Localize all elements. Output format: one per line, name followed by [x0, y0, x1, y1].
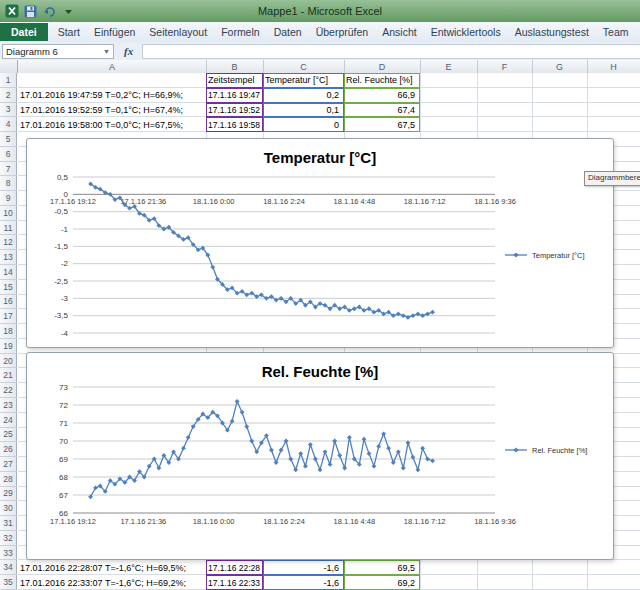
row-header-22[interactable]: 22 [0, 383, 17, 398]
ribbon-tab-start[interactable]: Start [51, 23, 87, 41]
cell-D2[interactable]: 66,9 [344, 88, 420, 103]
svg-text:Rel. Feuchte [%]: Rel. Feuchte [%] [532, 446, 587, 455]
ribbon-tab-ansicht[interactable]: Ansicht [375, 23, 423, 41]
ribbon-tab-team[interactable]: Team [596, 23, 636, 41]
title-bar: Mappe1 - Microsoft Excel [0, 0, 640, 23]
cell-B34[interactable]: 17.1.16 22:28 [206, 560, 263, 575]
undo-icon[interactable] [42, 4, 57, 19]
column-header-E[interactable]: E [420, 60, 478, 73]
cell-A2[interactable]: 17.01.2016 19:47:59 T=0,2°C; H=66,9%; [18, 88, 206, 103]
row-header-32[interactable]: 32 [0, 531, 17, 546]
cell-A3[interactable]: 17.01.2016 19:52:59 T=0,1°C; H=67,4%; [18, 103, 206, 118]
row-header-10[interactable]: 10 [0, 206, 17, 221]
row-header-29[interactable]: 29 [0, 487, 17, 502]
formula-input[interactable] [142, 44, 640, 59]
ribbon-tab-daten[interactable]: Daten [267, 23, 309, 41]
svg-text:71: 71 [59, 419, 68, 428]
row-header-35[interactable]: 35 [0, 575, 17, 590]
row-header-28[interactable]: 28 [0, 472, 17, 487]
row-header-34[interactable]: 34 [0, 560, 17, 575]
row-header-9[interactable]: 9 [0, 191, 17, 206]
ribbon-tab-einf-gen[interactable]: Einfügen [87, 23, 142, 41]
column-header-G[interactable]: G [532, 60, 588, 73]
cell-B1[interactable]: Zeitstempel [206, 73, 263, 88]
cell-A4[interactable]: 17.01.2016 19:58:00 T=0,0°C; H=67,5%; [18, 117, 206, 132]
row-header-31[interactable]: 31 [0, 516, 17, 531]
row-header-3[interactable]: 3 [0, 103, 17, 118]
temperature-chart[interactable]: 0,50-0,5-1-1,5-2-2,5-3-3,5-417.1.16 19:1… [26, 138, 614, 348]
column-header-B[interactable]: B [206, 60, 264, 73]
column-header-H[interactable]: H [587, 60, 640, 73]
column-header-D[interactable]: D [344, 60, 421, 73]
column-header-C[interactable]: C [263, 60, 345, 73]
row-header-27[interactable]: 27 [0, 457, 17, 472]
row-header-24[interactable]: 24 [0, 413, 17, 428]
column-header-A[interactable]: A [18, 60, 207, 73]
ribbon-tab-formeln[interactable]: Formeln [214, 23, 267, 41]
humidity-chart[interactable]: 737271706968676617.1.16 19:1217.1.16 21:… [26, 352, 614, 560]
row-header-33[interactable]: 33 [0, 546, 17, 561]
svg-text:68: 68 [59, 473, 68, 482]
cell-C2[interactable]: 0,2 [263, 88, 344, 103]
row-header-15[interactable]: 15 [0, 280, 17, 295]
cell-C35[interactable]: -1,6 [263, 575, 344, 590]
ribbon-tab-entw[interactable]: Entw [636, 23, 640, 41]
cell-C1[interactable]: Temperatur [°C] [263, 73, 344, 88]
column-header-F[interactable]: F [477, 60, 533, 73]
cell-B3[interactable]: 17.1.16 19:52 [206, 103, 263, 118]
ribbon-tab-seitenlayout[interactable]: Seitenlayout [142, 23, 214, 41]
fx-icon[interactable]: fx [124, 45, 133, 57]
ribbon-tab--berpr-fen[interactable]: Überprüfen [309, 23, 376, 41]
cell-D1[interactable]: Rel. Feuchte [%] [344, 73, 420, 88]
row-header-20[interactable]: 20 [0, 354, 17, 369]
cell-B35[interactable]: 17.1.16 22:33 [206, 575, 263, 590]
row-header-1[interactable]: 1 [0, 73, 17, 88]
svg-text:Temperatur [°C]: Temperatur [°C] [264, 149, 376, 166]
row-header-17[interactable]: 17 [0, 309, 17, 324]
row-header-19[interactable]: 19 [0, 339, 17, 354]
row-header-8[interactable]: 8 [0, 176, 17, 191]
row-header-11[interactable]: 11 [0, 221, 17, 236]
svg-text:0,5: 0,5 [57, 173, 69, 182]
cell-D35[interactable]: 69,2 [344, 575, 420, 590]
name-box[interactable]: Diagramm 6 ▼ [2, 44, 114, 59]
row-header-21[interactable]: 21 [0, 368, 17, 383]
cell-C3[interactable]: 0,1 [263, 103, 344, 118]
row-header-4[interactable]: 4 [0, 117, 17, 132]
row-header-5[interactable]: 5 [0, 132, 17, 147]
cell-C4[interactable]: 0 [263, 117, 344, 132]
ribbon-tab-datei[interactable]: Datei [0, 23, 48, 41]
select-all-corner[interactable] [0, 60, 18, 73]
cell-C34[interactable]: -1,6 [263, 560, 344, 575]
row-header-30[interactable]: 30 [0, 501, 17, 516]
row-header-26[interactable]: 26 [0, 442, 17, 457]
row-header-23[interactable]: 23 [0, 398, 17, 413]
cell-B4[interactable]: 17.1.16 19:58 [206, 117, 263, 132]
quick-access-menu-icon[interactable] [61, 4, 76, 19]
cell-D34[interactable]: 69,5 [344, 560, 420, 575]
row-header-14[interactable]: 14 [0, 265, 17, 280]
cell-A34[interactable]: 17.01.2016 22:28:07 T=-1,6°C; H=69,5%; [18, 560, 206, 575]
row-header-25[interactable]: 25 [0, 428, 17, 443]
temperatur-chart-svg: 0,50-0,5-1-1,5-2-2,5-3-3,5-417.1.16 19:1… [27, 139, 613, 347]
row-header-7[interactable]: 7 [0, 162, 17, 177]
row-header-2[interactable]: 2 [0, 88, 17, 103]
row-header-6[interactable]: 6 [0, 147, 17, 162]
svg-text:17.1.16 21:36: 17.1.16 21:36 [120, 197, 166, 206]
save-icon[interactable] [23, 4, 38, 19]
chevron-down-icon[interactable]: ▼ [103, 48, 110, 55]
svg-text:70: 70 [59, 437, 68, 446]
cell-A35[interactable]: 17.01.2016 22:33:07 T=-1,6°C; H=69,2%; [18, 575, 206, 590]
row-header-12[interactable]: 12 [0, 235, 17, 250]
row-header-16[interactable]: 16 [0, 295, 17, 310]
cell-D3[interactable]: 67,4 [344, 103, 420, 118]
cell-D4[interactable]: 67,5 [344, 117, 420, 132]
ribbon-tab-auslastungstest[interactable]: Auslastungstest [508, 23, 596, 41]
name-box-value: Diagramm 6 [6, 46, 58, 57]
ribbon-tab-entwicklertools[interactable]: Entwicklertools [424, 23, 508, 41]
svg-text:-1,5: -1,5 [54, 242, 68, 251]
excel-app-icon[interactable] [4, 4, 19, 19]
row-header-18[interactable]: 18 [0, 324, 17, 339]
row-header-13[interactable]: 13 [0, 250, 17, 265]
cell-B2[interactable]: 17.1.16 19:47 [206, 88, 263, 103]
